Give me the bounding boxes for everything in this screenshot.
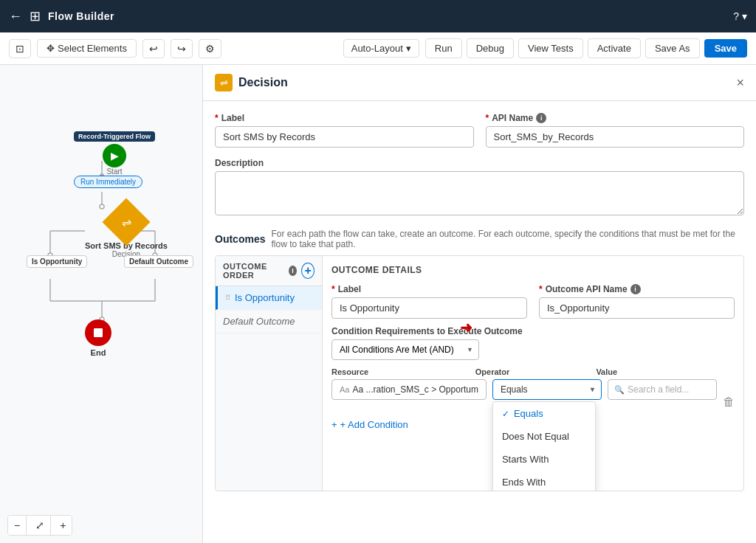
resource-value: Aa ...ration_SMS_c > Opportum <box>352 384 478 395</box>
api-name-info-icon[interactable]: i <box>536 113 546 123</box>
outcome-details-header: OUTCOME DETAILS <box>331 265 735 275</box>
save-button[interactable]: Save <box>704 39 747 58</box>
add-condition-button[interactable]: + + Add Condition <box>331 416 408 433</box>
panel-title: Decision <box>238 76 736 89</box>
node-is-opportunity[interactable]: Is Opportunity <box>27 255 87 268</box>
debug-button[interactable]: Debug <box>467 38 514 58</box>
back-button[interactable]: ← <box>9 9 22 24</box>
settings-button[interactable]: ⚙ <box>199 39 221 58</box>
default-outcome-label: Default Outcome <box>124 255 193 268</box>
outcomes-list-header: OUTCOME ORDER i + <box>216 256 322 286</box>
operator-select[interactable]: Equals ▼ <box>492 379 602 400</box>
outcome-item-default[interactable]: Default Outcome <box>216 310 322 333</box>
condition-resource-field: Aa Aa ...ration_SMS_c > Opportum <box>331 379 487 400</box>
view-tests-button[interactable]: View Tests <box>518 38 583 58</box>
redo-button[interactable]: ↪ <box>171 39 193 58</box>
drag-handle-icon: ⠿ <box>225 294 230 302</box>
description-textarea[interactable] <box>215 171 744 215</box>
condition-operator-field: Equals ▼ ✓ Equals <box>492 379 602 400</box>
dropdown-item-starts-with[interactable]: Starts With <box>493 448 595 471</box>
condition-req-group: Condition Requirements to Execute Outcom… <box>331 326 735 360</box>
select-elements-button[interactable]: ✥ Select Elements <box>37 39 137 58</box>
delete-condition-button[interactable]: 🗑 <box>723 395 735 409</box>
outcome-order-info-icon[interactable]: i <box>289 266 297 276</box>
dropdown-item-equals[interactable]: ✓ Equals <box>493 402 595 425</box>
operator-header: Operator <box>475 367 591 376</box>
activate-button[interactable]: Activate <box>588 38 641 58</box>
waffle-icon: ⊞ <box>30 8 41 24</box>
node-sort-sms[interactable]: ⇌ Sort SMS by Records Decision <box>85 205 168 258</box>
dropdown-item-ends-with[interactable]: Ends With <box>493 471 595 491</box>
api-name-input[interactable] <box>486 126 745 148</box>
resource-header: Resource <box>331 367 470 376</box>
help-button[interactable]: ? ▾ <box>733 10 747 22</box>
outcomes-list: OUTCOME ORDER i + ⠿ Is Opportunity Defau… <box>216 256 323 491</box>
label-field-label: * Label <box>215 113 474 123</box>
undo-button[interactable]: ↩ <box>142 39 165 58</box>
dropdown-item-does-not-equal[interactable]: Does Not Equal <box>493 425 595 448</box>
decision-diamond: ⇌ <box>102 198 150 246</box>
panel-body: * Label * API Name i Description <box>203 101 756 543</box>
outcome-label-field-label: * Label <box>331 284 527 294</box>
top-nav: ← ⊞ Flow Builder ? ▾ <box>0 0 756 32</box>
description-group: Description <box>215 158 744 218</box>
run-immediately-label: Run Immediately <box>74 176 142 188</box>
operator-dropdown: ✓ Equals Does Not Equal Starts With <box>492 401 596 491</box>
panel-close-button[interactable]: × <box>736 75 744 91</box>
api-name-group: * API Name i <box>486 113 745 148</box>
condition-req-select-wrapper: All Conditions Are Met (AND) <box>331 339 479 360</box>
trigger-icon: ▶ <box>103 144 126 167</box>
chevron-down-icon: ▾ <box>406 43 411 54</box>
outcome-api-name-group: * Outcome API Name i <box>539 284 735 319</box>
api-name-field-label: * API Name i <box>486 113 745 123</box>
outcome-label-group: * Label <box>331 284 527 319</box>
canvas: Record-Triggered Flow ▶ Start Run Immedi… <box>0 65 203 543</box>
label-api-row: * Label * API Name i <box>215 113 744 148</box>
resource-input[interactable]: Aa Aa ...ration_SMS_c > Opportum <box>331 379 487 400</box>
end-icon <box>85 319 111 346</box>
check-icon: ✓ <box>502 409 509 419</box>
run-button[interactable]: Run <box>425 38 462 58</box>
zoom-controls: − ⤢ + <box>7 515 72 536</box>
outcome-api-name-field-label: * Outcome API Name i <box>539 284 735 294</box>
trigger-label: Record-Triggered Flow <box>74 131 155 142</box>
outcomes-content: OUTCOME ORDER i + ⠿ Is Opportunity Defau… <box>215 255 744 491</box>
red-arrow-indicator: ➜ <box>460 319 472 336</box>
auto-layout-button[interactable]: Auto-Layout ▾ <box>343 39 419 58</box>
outcomes-desc: For each path the flow can take, create … <box>271 229 744 249</box>
outcomes-list-label: OUTCOME ORDER <box>223 262 284 280</box>
condition-req-select[interactable]: All Conditions Are Met (AND) <box>331 339 479 360</box>
zoom-in-button[interactable]: + <box>54 516 72 535</box>
condition-headers: Resource Operator Value <box>331 367 735 376</box>
toolbar: ⊡ ✥ Select Elements ↩ ↪ ⚙ Auto-Layout ▾ … <box>0 32 756 65</box>
node-default-outcome[interactable]: Default Outcome <box>124 255 193 268</box>
plus-icon: + <box>331 419 337 430</box>
operator-chevron: ▼ <box>589 386 596 393</box>
zoom-fit-button[interactable]: ⤢ <box>30 516 51 535</box>
outcome-label-input[interactable] <box>331 297 527 319</box>
value-header: Value <box>596 367 711 376</box>
outcomes-header: Outcomes For each path the flow can take… <box>215 229 744 249</box>
outcome-api-name-input[interactable] <box>539 297 735 319</box>
node-run-immediately[interactable]: Run Immediately <box>74 176 142 188</box>
node-trigger[interactable]: Record-Triggered Flow ▶ Start <box>74 131 155 176</box>
outcome-api-name-info-icon[interactable]: i <box>630 284 641 294</box>
operator-select-wrapper: Equals ▼ <box>492 379 602 400</box>
condition-delete: 🗑 <box>723 379 735 409</box>
toggle-panel-button[interactable]: ⊡ <box>9 39 31 58</box>
condition-req-label: Condition Requirements to Execute Outcom… <box>331 326 735 336</box>
save-as-button[interactable]: Save As <box>645 38 700 58</box>
cursor-icon: ✥ <box>47 43 55 54</box>
label-input[interactable] <box>215 126 474 148</box>
search-icon: 🔍 <box>614 385 625 395</box>
zoom-out-button[interactable]: − <box>8 516 27 535</box>
node-end[interactable]: End <box>85 319 111 357</box>
main-area: Record-Triggered Flow ▶ Start Run Immedi… <box>0 65 756 543</box>
add-outcome-button[interactable]: + <box>301 263 315 279</box>
value-input[interactable]: 🔍 Search a field... <box>608 379 717 400</box>
value-placeholder: Search a field... <box>628 384 689 395</box>
outcome-item-is-opportunity[interactable]: ⠿ Is Opportunity <box>216 286 322 310</box>
panel-header-icon: ⇌ <box>215 74 233 91</box>
is-opportunity-label: Is Opportunity <box>27 255 87 268</box>
panel-header: ⇌ Decision × <box>203 65 756 101</box>
